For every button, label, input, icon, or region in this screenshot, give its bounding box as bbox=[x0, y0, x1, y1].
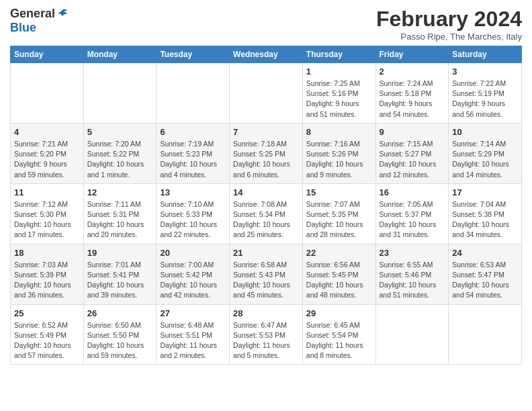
day-info: Sunrise: 6:47 AMSunset: 5:53 PMDaylight:… bbox=[233, 320, 299, 361]
calendar-week-row: 4Sunrise: 7:21 AMSunset: 5:20 PMDaylight… bbox=[11, 123, 522, 183]
day-info: Sunrise: 6:58 AMSunset: 5:43 PMDaylight:… bbox=[233, 260, 299, 301]
day-info: Sunrise: 6:56 AMSunset: 5:45 PMDaylight:… bbox=[306, 260, 372, 301]
calendar-cell: 14Sunrise: 7:08 AMSunset: 5:34 PMDayligh… bbox=[230, 183, 303, 244]
calendar-cell: 15Sunrise: 7:07 AMSunset: 5:35 PMDayligh… bbox=[302, 183, 375, 244]
column-header-thursday: Thursday bbox=[302, 46, 375, 63]
day-info: Sunrise: 7:20 AMSunset: 5:22 PMDaylight:… bbox=[87, 139, 153, 180]
calendar-cell: 24Sunrise: 6:53 AMSunset: 5:47 PMDayligh… bbox=[449, 244, 522, 304]
day-number: 20 bbox=[160, 248, 226, 258]
day-info: Sunrise: 7:03 AMSunset: 5:39 PMDaylight:… bbox=[14, 260, 80, 301]
day-number: 4 bbox=[14, 127, 80, 137]
logo-general-text: General bbox=[10, 7, 55, 21]
calendar-cell: 18Sunrise: 7:03 AMSunset: 5:39 PMDayligh… bbox=[11, 244, 84, 304]
calendar-cell: 4Sunrise: 7:21 AMSunset: 5:20 PMDaylight… bbox=[11, 123, 84, 183]
calendar-cell: 3Sunrise: 7:22 AMSunset: 5:19 PMDaylight… bbox=[449, 63, 522, 124]
calendar-week-row: 1Sunrise: 7:25 AMSunset: 5:16 PMDaylight… bbox=[11, 63, 522, 124]
location-text: Passo Ripe, The Marches, Italy bbox=[376, 32, 522, 42]
column-header-monday: Monday bbox=[83, 46, 157, 63]
calendar-cell: 25Sunrise: 6:52 AMSunset: 5:49 PMDayligh… bbox=[11, 304, 84, 365]
calendar-cell bbox=[230, 63, 303, 124]
calendar-cell: 5Sunrise: 7:20 AMSunset: 5:22 PMDaylight… bbox=[83, 123, 157, 183]
day-number: 25 bbox=[14, 308, 80, 318]
calendar-cell: 12Sunrise: 7:11 AMSunset: 5:31 PMDayligh… bbox=[83, 183, 157, 244]
calendar-cell: 21Sunrise: 6:58 AMSunset: 5:43 PMDayligh… bbox=[230, 244, 303, 304]
calendar-cell: 29Sunrise: 6:45 AMSunset: 5:54 PMDayligh… bbox=[302, 304, 375, 365]
day-info: Sunrise: 7:11 AMSunset: 5:31 PMDaylight:… bbox=[87, 199, 153, 240]
day-number: 1 bbox=[306, 66, 372, 77]
day-info: Sunrise: 7:19 AMSunset: 5:23 PMDaylight:… bbox=[160, 139, 226, 180]
calendar-cell bbox=[449, 304, 522, 365]
column-header-friday: Friday bbox=[375, 46, 449, 63]
day-number: 12 bbox=[87, 187, 153, 197]
day-info: Sunrise: 7:14 AMSunset: 5:29 PMDaylight:… bbox=[452, 139, 518, 180]
day-number: 28 bbox=[233, 308, 299, 318]
day-info: Sunrise: 6:53 AMSunset: 5:47 PMDaylight:… bbox=[452, 260, 518, 301]
day-number: 17 bbox=[452, 187, 518, 197]
calendar-cell: 1Sunrise: 7:25 AMSunset: 5:16 PMDaylight… bbox=[302, 63, 375, 124]
day-number: 24 bbox=[452, 248, 518, 258]
day-number: 27 bbox=[160, 308, 226, 318]
calendar-cell: 11Sunrise: 7:12 AMSunset: 5:30 PMDayligh… bbox=[11, 183, 84, 244]
day-info: Sunrise: 7:01 AMSunset: 5:41 PMDaylight:… bbox=[87, 260, 153, 301]
day-info: Sunrise: 7:07 AMSunset: 5:35 PMDaylight:… bbox=[306, 199, 372, 240]
calendar-week-row: 25Sunrise: 6:52 AMSunset: 5:49 PMDayligh… bbox=[11, 304, 522, 365]
day-number: 26 bbox=[87, 308, 153, 318]
day-number: 10 bbox=[452, 127, 518, 137]
calendar-week-row: 18Sunrise: 7:03 AMSunset: 5:39 PMDayligh… bbox=[11, 244, 522, 304]
calendar-cell: 8Sunrise: 7:16 AMSunset: 5:26 PMDaylight… bbox=[302, 123, 375, 183]
calendar-cell: 2Sunrise: 7:24 AMSunset: 5:18 PMDaylight… bbox=[375, 63, 449, 124]
day-number: 5 bbox=[87, 127, 153, 137]
calendar-cell: 10Sunrise: 7:14 AMSunset: 5:29 PMDayligh… bbox=[449, 123, 522, 183]
calendar-cell: 7Sunrise: 7:18 AMSunset: 5:25 PMDaylight… bbox=[230, 123, 303, 183]
calendar-cell: 13Sunrise: 7:10 AMSunset: 5:33 PMDayligh… bbox=[157, 183, 230, 244]
calendar-cell bbox=[83, 63, 157, 124]
calendar-header-row: SundayMondayTuesdayWednesdayThursdayFrid… bbox=[11, 46, 522, 63]
day-number: 6 bbox=[160, 127, 226, 137]
calendar-cell: 9Sunrise: 7:15 AMSunset: 5:27 PMDaylight… bbox=[375, 123, 449, 183]
day-number: 7 bbox=[233, 127, 299, 137]
logo-blue-text: Blue bbox=[10, 21, 36, 35]
day-info: Sunrise: 7:10 AMSunset: 5:33 PMDaylight:… bbox=[160, 199, 226, 240]
calendar-cell: 17Sunrise: 7:04 AMSunset: 5:38 PMDayligh… bbox=[449, 183, 522, 244]
day-number: 14 bbox=[233, 187, 299, 197]
calendar-cell: 27Sunrise: 6:48 AMSunset: 5:51 PMDayligh… bbox=[157, 304, 230, 365]
day-number: 9 bbox=[380, 127, 445, 137]
column-header-wednesday: Wednesday bbox=[230, 46, 303, 63]
day-info: Sunrise: 7:22 AMSunset: 5:19 PMDaylight:… bbox=[452, 79, 518, 120]
calendar-cell: 6Sunrise: 7:19 AMSunset: 5:23 PMDaylight… bbox=[157, 123, 230, 183]
calendar-cell bbox=[11, 63, 84, 124]
column-header-saturday: Saturday bbox=[449, 46, 522, 63]
calendar-cell: 20Sunrise: 7:00 AMSunset: 5:42 PMDayligh… bbox=[157, 244, 230, 304]
title-section: February 2024 Passo Ripe, The Marches, I… bbox=[376, 7, 522, 42]
day-number: 13 bbox=[160, 187, 226, 197]
day-info: Sunrise: 7:18 AMSunset: 5:25 PMDaylight:… bbox=[233, 139, 299, 180]
month-title: February 2024 bbox=[376, 7, 522, 32]
day-info: Sunrise: 7:25 AMSunset: 5:16 PMDaylight:… bbox=[306, 79, 372, 120]
day-number: 21 bbox=[233, 248, 299, 258]
calendar-cell: 28Sunrise: 6:47 AMSunset: 5:53 PMDayligh… bbox=[230, 304, 303, 365]
day-info: Sunrise: 6:50 AMSunset: 5:50 PMDaylight:… bbox=[87, 320, 153, 361]
day-info: Sunrise: 6:55 AMSunset: 5:46 PMDaylight:… bbox=[380, 260, 445, 301]
day-number: 15 bbox=[306, 187, 372, 197]
day-number: 22 bbox=[306, 248, 372, 258]
day-info: Sunrise: 6:45 AMSunset: 5:54 PMDaylight:… bbox=[306, 320, 372, 361]
day-number: 23 bbox=[380, 248, 445, 258]
calendar-cell: 26Sunrise: 6:50 AMSunset: 5:50 PMDayligh… bbox=[83, 304, 157, 365]
calendar-cell bbox=[375, 304, 449, 365]
calendar-cell: 19Sunrise: 7:01 AMSunset: 5:41 PMDayligh… bbox=[83, 244, 157, 304]
day-info: Sunrise: 7:12 AMSunset: 5:30 PMDaylight:… bbox=[14, 199, 80, 240]
day-number: 16 bbox=[380, 187, 445, 197]
page-header: General Blue February 2024 Passo Ripe, T… bbox=[10, 7, 522, 42]
day-info: Sunrise: 7:16 AMSunset: 5:26 PMDaylight:… bbox=[306, 139, 372, 180]
day-info: Sunrise: 7:04 AMSunset: 5:38 PMDaylight:… bbox=[452, 199, 518, 240]
logo: General Blue bbox=[10, 7, 69, 35]
calendar-cell: 22Sunrise: 6:56 AMSunset: 5:45 PMDayligh… bbox=[302, 244, 375, 304]
day-number: 2 bbox=[380, 66, 445, 77]
day-info: Sunrise: 7:00 AMSunset: 5:42 PMDaylight:… bbox=[160, 260, 226, 301]
calendar-cell: 16Sunrise: 7:05 AMSunset: 5:37 PMDayligh… bbox=[375, 183, 449, 244]
day-number: 8 bbox=[306, 127, 372, 137]
column-header-tuesday: Tuesday bbox=[157, 46, 230, 63]
day-info: Sunrise: 6:52 AMSunset: 5:49 PMDaylight:… bbox=[14, 320, 80, 361]
day-info: Sunrise: 7:08 AMSunset: 5:34 PMDaylight:… bbox=[233, 199, 299, 240]
day-info: Sunrise: 7:24 AMSunset: 5:18 PMDaylight:… bbox=[380, 79, 445, 120]
